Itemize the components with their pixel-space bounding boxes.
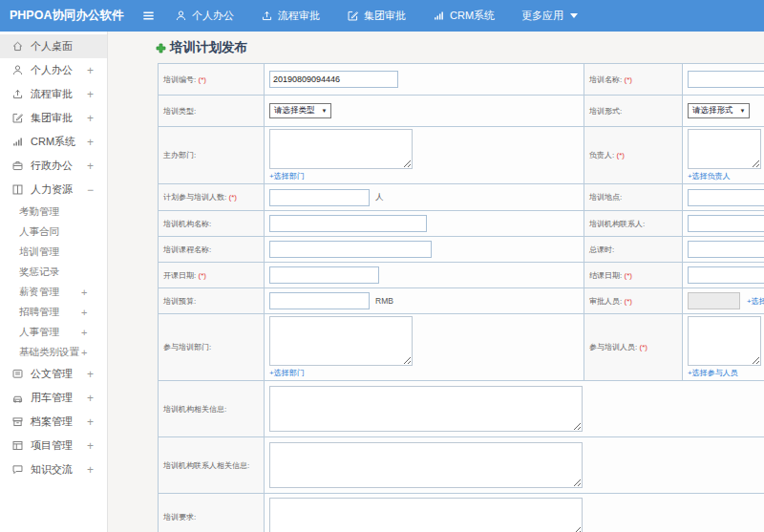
approver-input[interactable] (688, 292, 740, 309)
nav-item-crm[interactable]: CRM系统 (433, 9, 495, 23)
expand-plus[interactable]: + (87, 415, 94, 429)
chart-icon (11, 136, 24, 148)
location-label: 培训地点: (589, 193, 622, 202)
expand-plus[interactable]: + (87, 368, 94, 381)
page-title: 培训计划发布 (155, 39, 764, 56)
budget-input[interactable] (269, 292, 370, 309)
org-contact-info-textarea[interactable] (269, 442, 583, 488)
sidebar-item-label: 流程审批 (31, 87, 73, 101)
expand-plus[interactable]: + (87, 88, 94, 101)
nav-label: 集团审批 (364, 9, 406, 23)
expand-plus[interactable]: + (87, 112, 94, 125)
expand-plus[interactable]: + (87, 392, 94, 405)
edit-icon (11, 112, 24, 124)
expand-plus[interactable]: + (87, 160, 94, 173)
sidebar-item-label: 公文管理 (31, 367, 73, 381)
sidebar-item-group-approval[interactable]: 集团审批 + (0, 106, 107, 130)
sidebar-subitem-attendance[interactable]: 考勤管理 (0, 202, 107, 222)
nav-label: CRM系统 (450, 9, 495, 23)
sidebar-subitem-training[interactable]: 培训管理 (0, 242, 107, 262)
sidebar-subitem-reward-record[interactable]: 奖惩记录 (0, 262, 107, 282)
sidebar-subitem-personnel[interactable]: 人事管理+ (0, 322, 107, 342)
sidebar-item-project[interactable]: 项目管理 + (0, 434, 107, 458)
sidebar-item-knowledge[interactable]: 知识交流 + (0, 458, 107, 481)
training-no-input[interactable] (269, 71, 398, 88)
select-dept-link[interactable]: +选择部门 (269, 368, 305, 378)
sidebar-item-archive[interactable]: 档案管理 + (0, 410, 107, 434)
expand-plus[interactable]: + (81, 307, 87, 318)
sidebar-item-personal-desktop[interactable]: 个人桌面 (0, 34, 107, 58)
expand-plus[interactable]: + (87, 136, 94, 149)
org-name-label: 培训机构名称: (163, 220, 211, 228)
org-info-textarea[interactable] (269, 386, 583, 432)
required-marker: (*) (228, 193, 236, 202)
location-input[interactable] (688, 189, 764, 206)
currency-suffix: RMB (375, 296, 393, 306)
training-mode-select[interactable]: 请选择形式▼ (688, 103, 750, 118)
leader-textarea[interactable] (688, 129, 761, 169)
expand-plus[interactable]: + (87, 439, 94, 453)
sidebar-subitem-recruit[interactable]: 招聘管理+ (0, 302, 107, 322)
total-hours-label: 总课时: (589, 245, 614, 254)
org-contact-input[interactable] (688, 215, 764, 232)
sidebar-subitem-label: 薪资管理 (19, 286, 59, 299)
select-caret-icon: ▼ (740, 108, 746, 114)
training-plan-form: 培训编号: (*) 培训名称: (*) 培训类型: 请选择类型▼ 培训形式: 请… (158, 63, 764, 532)
sidebar-subitem-base-category[interactable]: 基础类别设置+ (0, 342, 107, 362)
sidebar-subitem-hr-contract[interactable]: 人事合同 (0, 222, 107, 242)
plan-count-label: 计划参与培训人数: (163, 193, 226, 202)
select-leader-link[interactable]: +选择负责人 (688, 171, 731, 181)
sidebar-item-personal-office[interactable]: 个人办公 + (0, 58, 107, 82)
expand-plus[interactable]: + (81, 287, 87, 298)
select-participants-link[interactable]: +选择参与人员 (688, 368, 738, 378)
nav-item-personal-office[interactable]: 个人办公 (175, 9, 234, 23)
end-date-input[interactable] (688, 266, 764, 284)
required-marker: (*) (624, 271, 631, 280)
sidebar-subitem-label: 奖惩记录 (19, 266, 59, 279)
briefcase-icon (11, 160, 24, 172)
org-name-input[interactable] (269, 215, 427, 232)
sidebar-item-workflow-approval[interactable]: 流程审批 + (0, 82, 107, 106)
sidebar-subitem-salary[interactable]: 薪资管理+ (0, 282, 107, 302)
sidebar-item-admin-office[interactable]: 行政办公 + (0, 154, 107, 178)
nav-item-more-apps[interactable]: 更多应用 (521, 9, 578, 23)
sidebar-item-hr[interactable]: 人力资源 − (0, 178, 107, 202)
requirement-textarea[interactable] (269, 498, 583, 532)
select-approver-link[interactable]: +选择审批人员 (747, 296, 764, 307)
expand-plus[interactable]: + (87, 64, 94, 77)
chat-icon (11, 463, 24, 476)
sidebar-item-vehicle[interactable]: 用车管理 + (0, 386, 107, 410)
start-date-input[interactable] (269, 266, 379, 284)
required-marker: (*) (616, 151, 624, 160)
join-dept-textarea[interactable] (269, 316, 413, 366)
select-caret-icon: ▼ (322, 108, 328, 114)
nav-label: 个人办公 (192, 9, 234, 23)
page-title-text: 培训计划发布 (170, 39, 247, 56)
expand-plus[interactable]: + (87, 463, 94, 477)
sidebar-item-crm[interactable]: CRM系统 + (0, 130, 107, 154)
sidebar-item-label: 行政办公 (31, 159, 73, 173)
total-hours-input[interactable] (688, 241, 764, 258)
archive-icon (11, 415, 24, 428)
nav-label: 流程审批 (278, 9, 320, 23)
leader-label: 负责人: (589, 151, 614, 160)
training-name-input[interactable] (688, 71, 764, 88)
expand-plus[interactable]: + (81, 327, 87, 338)
host-dept-textarea[interactable] (269, 129, 413, 169)
plan-count-input[interactable] (269, 189, 370, 206)
expand-minus[interactable]: − (87, 183, 94, 197)
expand-plus[interactable]: + (81, 347, 87, 358)
nav-item-group-approval[interactable]: 集团审批 (347, 9, 406, 23)
nav-item-workflow-approval[interactable]: 流程审批 (261, 9, 320, 23)
join-staff-textarea[interactable] (688, 316, 761, 366)
sidebar-item-label: CRM系统 (31, 135, 75, 149)
hamburger-menu-icon[interactable] (141, 9, 156, 23)
course-name-input[interactable] (269, 241, 432, 258)
top-bar: PHPOA协同办公软件 个人办公 流程审批 集团审批 CRM系统 更多应用 (0, 0, 764, 32)
sidebar-item-official-doc[interactable]: 公文管理 + (0, 362, 107, 386)
upload-icon (261, 10, 273, 22)
training-type-select[interactable]: 请选择类型▼ (269, 103, 331, 118)
user-icon (175, 10, 187, 22)
select-dept-link[interactable]: +选择部门 (269, 171, 305, 181)
project-icon (11, 439, 24, 452)
